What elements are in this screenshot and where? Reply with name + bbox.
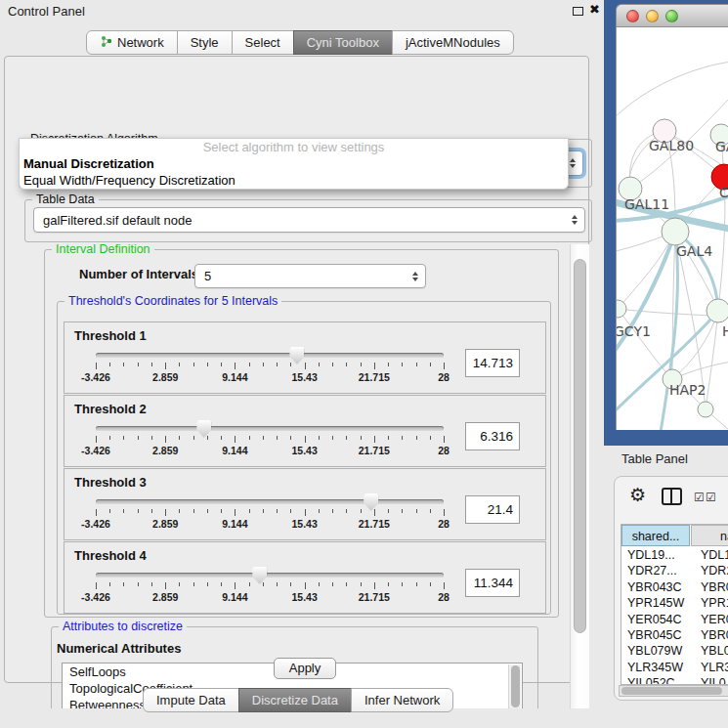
network-node-gcy1[interactable] [617,300,626,318]
cell-name: YDL1 [701,547,728,563]
column-layout-icon[interactable] [662,488,682,505]
cell-shared-name: YDR27... [627,563,677,578]
selected-table: galFiltered.sif default node [43,213,192,228]
vertical-scrollbar[interactable] [570,244,589,708]
scrollbar-thumb[interactable] [511,665,520,707]
tab-label: Infer Network [364,693,440,707]
threshold-1-panel: Threshold 1 -3.4262.8599.14415.4321.7152… [64,321,546,394]
dropdown-options: Manual DiscretizationEqual Width/Frequen… [20,155,568,189]
slider-track [96,573,444,578]
slider-track [96,426,444,431]
cell-shared-name: YLR345W [627,660,683,675]
threshold-3-value[interactable]: 21.4 [465,495,520,524]
float-window-icon[interactable] [573,7,583,16]
cell-name: YBR0 [701,627,728,643]
threshold-3-slider[interactable] [96,499,444,505]
dropdown-option[interactable]: Equal Width/Frequency Discretization [20,172,568,189]
tab-cyni-toolbox[interactable]: Cyni Toolbox [293,30,393,55]
cell-name: YBL0 [701,643,728,659]
threshold-2-value[interactable]: 6.316 [465,422,520,450]
tab-label: Impute Data [156,693,226,707]
gear-icon[interactable]: ⚙ [629,486,646,504]
tab-impute-data[interactable]: Impute Data [143,688,239,712]
number-of-intervals-select[interactable]: 5 [194,264,426,288]
horizontal-scrollbar[interactable] [619,685,728,697]
table-row[interactable]: YLR345WYLR3 [621,660,728,675]
table-row[interactable]: YER054CYER0 [621,612,728,627]
threshold-3-panel: Threshold 3 -3.4262.8599.14415.4321.7152… [64,468,546,540]
node-attribute-table[interactable]: shared... na YDL19...YDL1YDR27...YDR2YBR… [621,524,728,685]
table-panel-area: Table Panel ⚙ ☑ ☑ shared... na YDL19...Y… [604,446,728,728]
column-header-name[interactable]: na [691,525,728,546]
table-data-group: Table Data galFiltered.sif default node [24,199,592,242]
threshold-2-slider[interactable] [96,426,444,432]
dropdown-placeholder-item[interactable]: Select algorithm to view settings [20,139,568,155]
combo-arrows-icon [412,272,418,281]
group-title: Attributes to discretize [59,620,187,633]
threshold-label: Threshold 2 [74,402,147,416]
intervals-value: 5 [204,269,211,283]
tab-style[interactable]: Style [177,30,233,55]
minimize-traffic-light-icon[interactable] [646,10,659,22]
slider-ticks [96,436,444,444]
table-data-select[interactable]: galFiltered.sif default node [33,207,585,233]
network-node-gal4[interactable] [662,218,689,245]
zoom-traffic-light-icon[interactable] [665,10,678,22]
threshold-2-panel: Threshold 2 -3.4262.8599.14415.4321.7152… [64,395,546,467]
network-canvas[interactable]: GAL80GACGAL11GAL4GCY1HHAP2 [616,27,728,430]
scrollbar-thumb[interactable] [574,259,586,633]
cyni-toolbox-panel: Discretization Algorithm Select algorith… [4,56,589,683]
slider-tick-labels: -3.4262.8599.14415.4321.71528 [96,445,444,456]
network-node-h[interactable] [707,299,728,322]
numerical-attributes-label: Numerical Attributes [57,641,181,656]
table-row[interactable]: YBL079WYBL0 [621,643,728,659]
network-node[interactable] [698,402,713,417]
table-panel-title: Table Panel [621,451,688,466]
node-label: HAP2 [669,382,706,398]
slider-tick-labels: -3.4262.8599.14415.4321.71528 [96,371,444,383]
table-row[interactable]: YDL19...YDL1 [621,547,728,563]
slider-ticks [96,363,444,370]
scrollbar-thumb[interactable] [621,687,722,695]
apply-button[interactable]: Apply [274,658,336,679]
network-view-window: GAL80GACGAL11GAL4GCY1HHAP2 [616,4,728,430]
network-window-titlebar[interactable] [616,4,728,27]
cell-name: YPR1 [701,595,728,611]
dropdown-option[interactable]: Manual Discretization [20,155,568,172]
tab-label: Discretize Data [252,693,338,707]
tab-network[interactable]: Network [86,30,178,55]
threshold-1-slider[interactable] [96,353,444,359]
tab-discretize-data[interactable]: Discretize Data [238,688,352,712]
table-row[interactable]: YDR27...YDR2 [621,563,728,578]
slider-tick-labels: -3.4262.8599.14415.4321.71528 [96,591,444,603]
slider-tick-labels: -3.4262.8599.14415.4321.71528 [96,518,444,530]
slider-ticks [96,582,444,590]
threshold-4-value[interactable]: 11.344 [465,569,520,597]
cell-shared-name: YBR043C [627,579,682,595]
table-row[interactable]: YIL052CYIL0 [621,675,728,685]
cell-shared-name: YIL052C [627,675,675,685]
node-label: GA [715,139,728,154]
tab-jactivemnodules[interactable]: jActiveMNodules [392,30,514,55]
close-traffic-light-icon[interactable] [626,10,639,22]
tab-select[interactable]: Select [232,30,294,55]
table-row[interactable]: YPR145WYPR1 [621,595,728,611]
threshold-1-value[interactable]: 14.713 [465,349,520,377]
table-row[interactable]: YBR043CYBR0 [621,579,728,595]
checkbox-icon[interactable]: ☑ [694,491,705,504]
cell-shared-name: YPR145W [627,595,684,611]
tab-infer-network[interactable]: Infer Network [351,688,453,712]
table-panel: ⚙ ☑ ☑ shared... na YDL19...YDL1YDR27...Y… [614,476,728,701]
cell-name: YIL0 [701,675,726,685]
settings-scroll-viewport: Interval Definition Number of Intervals … [11,244,593,708]
column-header-shared-name[interactable]: shared... [621,525,690,546]
threshold-4-slider[interactable] [96,573,444,578]
close-icon[interactable]: ✖ [589,2,600,17]
checkbox-icon[interactable]: ☑ [706,491,716,504]
panel-title: Control Panel [8,4,85,19]
attributes-scrollbar[interactable] [508,664,521,708]
control-panel-titlebar: Control Panel ✖ [0,0,604,21]
tab-label: Select [245,35,280,50]
cell-shared-name: YBR045C [627,627,682,643]
table-row[interactable]: YBR045CYBR0 [621,627,728,643]
